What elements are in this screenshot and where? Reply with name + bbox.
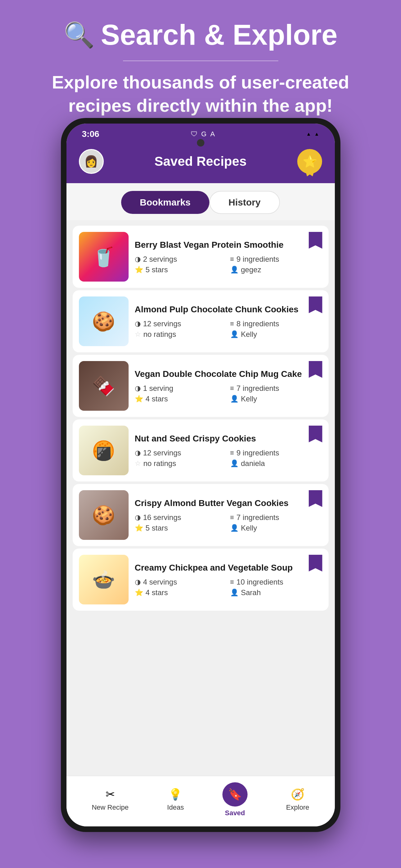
rating: ⭐ 4 stars: [135, 395, 227, 403]
servings: ◑ 12 servings: [135, 448, 227, 457]
servings-icon: ◑: [135, 449, 141, 457]
badge-icon[interactable]: ⭐: [297, 149, 322, 174]
recipe-card[interactable]: 🍪 Crispy Almond Butter Vegan Cookies ◑ 1…: [73, 484, 328, 546]
ingredients: ≡ 10 ingredients: [230, 578, 322, 586]
star-icon: ⭐: [135, 524, 143, 532]
recipe-info: Crispy Almond Butter Vegan Cookies ◑ 16 …: [135, 498, 322, 532]
recipe-card[interactable]: 🍫 Vegan Double Chocolate Chip Mug Cake ◑…: [73, 355, 328, 417]
recipe-card[interactable]: 🍲 Creamy Chickpea and Vegetable Soup ◑ 4…: [73, 549, 328, 611]
servings-icon: ◑: [135, 384, 141, 393]
recipe-list[interactable]: 🥤 Berry Blast Vegan Protein Smoothie ◑ 2…: [66, 220, 335, 776]
nav-label: Ideas: [167, 803, 184, 811]
author: 👤 Sarah: [230, 588, 322, 597]
camera-notch: [197, 139, 204, 147]
nav-item-new-recipe[interactable]: ✂ New Recipe: [92, 788, 128, 811]
star-icon: ⭐: [135, 395, 143, 403]
recipe-name: Berry Blast Vegan Protein Smoothie: [135, 239, 322, 251]
recipe-meta: ◑ 16 servings ≡ 7 ingredients ⭐ 5 stars …: [135, 513, 322, 532]
tab-history[interactable]: History: [209, 191, 280, 214]
recipe-info: Nut and Seed Crispy Cookies ◑ 12 serving…: [135, 433, 322, 468]
nav-icon-wrap: 🔖: [222, 782, 248, 807]
author-name: Kelly: [241, 524, 257, 532]
nav-label: Saved: [225, 809, 245, 817]
star-icon: ⭐: [135, 589, 143, 597]
servings-icon: ◑: [135, 320, 141, 328]
ingredients-text: 10 ingredients: [236, 578, 283, 586]
author-name: Kelly: [241, 330, 257, 339]
author: 👤 gegez: [230, 266, 322, 274]
ingredients-text: 7 ingredients: [236, 384, 279, 393]
servings-text: 4 servings: [143, 578, 177, 586]
author-icon: 👤: [230, 589, 238, 597]
hero-title-text: Search & Explore: [101, 19, 338, 51]
author: 👤 daniela: [230, 459, 322, 468]
ingredients: ≡ 7 ingredients: [230, 513, 322, 522]
servings: ◑ 12 servings: [135, 319, 227, 328]
ingredients: ≡ 9 ingredients: [230, 255, 322, 264]
ingredients-text: 9 ingredients: [236, 255, 279, 264]
rating: ☆ no ratings: [135, 459, 227, 468]
recipe-name: Almond Pulp Chocolate Chunk Cookies: [135, 304, 322, 315]
hero-subtitle: Explore thousands of user-created recipe…: [25, 70, 376, 117]
author-icon: 👤: [230, 266, 238, 274]
hero-title: 🔍 Search & Explore: [25, 19, 376, 51]
rating-text: 4 stars: [146, 588, 168, 597]
bottom-nav: ✂ New Recipe 💡 Ideas 🔖 Saved 🧭 Explore: [66, 776, 335, 827]
app-header: 👩 Saved Recipes ⭐: [66, 143, 335, 183]
rating-text: 5 stars: [146, 524, 168, 532]
recipe-info: Berry Blast Vegan Protein Smoothie ◑ 2 s…: [135, 239, 322, 274]
servings-icon: ◑: [135, 578, 141, 586]
author-name: Sarah: [241, 588, 261, 597]
recipe-image: 🥤: [79, 232, 128, 282]
nav-label: Explore: [286, 803, 309, 811]
nav-item-ideas[interactable]: 💡 Ideas: [167, 788, 184, 811]
user-avatar[interactable]: 👩: [79, 149, 104, 174]
star-icon: ☆: [135, 460, 141, 468]
ingredients-text: 8 ingredients: [236, 319, 279, 328]
recipe-card[interactable]: 🥤 Berry Blast Vegan Protein Smoothie ◑ 2…: [73, 226, 328, 288]
tab-bookmarks[interactable]: Bookmarks: [121, 191, 209, 214]
rating-text: 4 stars: [146, 395, 168, 403]
ingredients: ≡ 9 ingredients: [230, 448, 322, 457]
rating-text: no ratings: [143, 459, 176, 468]
ingredients-text: 9 ingredients: [236, 448, 279, 457]
badge-ribbon: [305, 170, 314, 176]
servings-text: 12 servings: [143, 448, 181, 457]
hero-divider: [123, 61, 278, 61]
recipe-name: Nut and Seed Crispy Cookies: [135, 433, 322, 444]
header-title: Saved Recipes: [154, 154, 247, 169]
recipe-name: Crispy Almond Butter Vegan Cookies: [135, 498, 322, 509]
recipe-meta: ◑ 1 serving ≡ 7 ingredients ⭐ 4 stars 👤 …: [135, 384, 322, 403]
ingredients-icon: ≡: [230, 578, 234, 586]
recipe-image: 🍘: [79, 426, 128, 475]
recipe-meta: ◑ 12 servings ≡ 8 ingredients ☆ no ratin…: [135, 319, 322, 339]
nav-item-saved[interactable]: 🔖 Saved: [222, 782, 248, 817]
nav-item-explore[interactable]: 🧭 Explore: [286, 788, 309, 811]
phone-frame: 3:06 🛡 G A ▲ ▲ 👩 Saved Recipes ⭐ Bookmar…: [61, 118, 340, 832]
recipe-card[interactable]: 🍘 Nut and Seed Crispy Cookies ◑ 12 servi…: [73, 420, 328, 482]
ingredients-text: 7 ingredients: [236, 513, 279, 522]
tab-bar: Bookmarks History: [66, 183, 335, 220]
recipe-name: Vegan Double Chocolate Chip Mug Cake: [135, 369, 322, 380]
ingredients-icon: ≡: [230, 255, 234, 263]
author-icon: 👤: [230, 524, 238, 532]
nav-icon: 🧭: [291, 788, 305, 801]
status-time: 3:06: [82, 129, 99, 139]
servings: ◑ 1 serving: [135, 384, 227, 393]
nav-icon: 💡: [168, 788, 182, 801]
recipe-card[interactable]: 🍪 Almond Pulp Chocolate Chunk Cookies ◑ …: [73, 290, 328, 352]
servings-icon: ◑: [135, 255, 141, 263]
author-icon: 👤: [230, 330, 238, 338]
recipe-image: 🍪: [79, 490, 128, 540]
rating: ⭐ 5 stars: [135, 524, 227, 532]
recipe-name: Creamy Chickpea and Vegetable Soup: [135, 562, 322, 574]
author-icon: 👤: [230, 395, 238, 403]
servings-icon: ◑: [135, 514, 141, 522]
recipe-meta: ◑ 2 servings ≡ 9 ingredients ⭐ 5 stars 👤…: [135, 255, 322, 274]
recipe-meta: ◑ 12 servings ≡ 9 ingredients ☆ no ratin…: [135, 448, 322, 468]
shield-icon: 🛡: [191, 130, 198, 138]
ingredients-icon: ≡: [230, 514, 234, 522]
phone-screen: 3:06 🛡 G A ▲ ▲ 👩 Saved Recipes ⭐ Bookmar…: [66, 124, 335, 827]
signal-icon: ▲: [314, 131, 319, 137]
ingredients-icon: ≡: [230, 449, 234, 457]
